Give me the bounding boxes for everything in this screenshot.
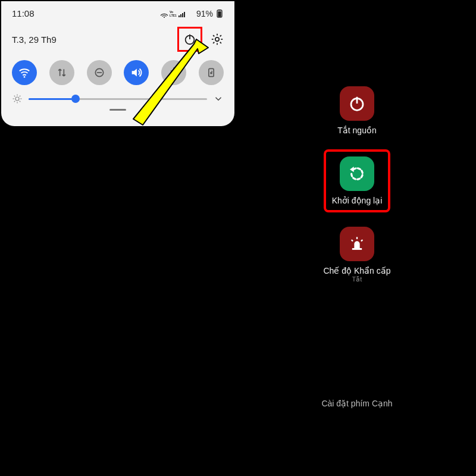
panel-power-button[interactable] [177,27,202,52]
power-menu: Tắt nguồn Khởi động lại Chế độ Khẩn cấp [303,86,411,298]
qs-rotation-lock[interactable] [199,60,224,85]
svg-point-0 [164,17,165,18]
edge-key-settings-link[interactable]: Cài đặt phím Cạnh [238,399,476,408]
rotation-lock-icon [205,67,217,79]
emergency-sublabel: Tắt [303,275,411,283]
svg-rect-8 [218,10,221,11]
svg-line-20 [220,35,221,36]
emergency-label: Chế độ Khẩn cấp [303,266,411,275]
power-icon [348,95,366,112]
svg-text:LTE1: LTE1 [170,14,177,17]
status-bar: 11:08 Vo LTE1 91% [12,8,224,18]
svg-line-34 [20,96,21,97]
wifi-icon [18,66,31,79]
svg-rect-39 [352,248,362,250]
bluetooth-icon [168,67,180,79]
brightness-icon [12,93,23,104]
panel-date: T.3, 29 Th9 [12,35,57,45]
emergency-icon [349,236,365,252]
power-icon [183,33,196,46]
status-time: 11:08 [12,8,35,18]
svg-point-26 [15,97,19,101]
svg-line-33 [14,101,15,102]
data-icon [56,67,68,79]
restart-icon [347,164,367,183]
power-menu-restart[interactable]: Khởi động lại [324,149,391,212]
dnd-icon [93,67,105,79]
svg-line-32 [20,101,21,102]
quick-settings-row [12,60,224,85]
svg-point-12 [215,37,219,41]
svg-line-41 [352,240,353,241]
svg-point-21 [24,76,26,78]
qs-sound[interactable] [124,60,149,85]
svg-rect-9 [218,11,221,17]
svg-rect-25 [210,72,212,74]
signal-icon: Vo LTE1 [158,10,194,18]
qs-data[interactable] [49,60,74,85]
status-indicators: Vo LTE1 91% [158,9,224,18]
svg-line-31 [14,96,15,97]
sound-icon [130,66,143,79]
svg-rect-3 [178,15,180,17]
qs-wifi[interactable] [12,60,37,85]
brightness-slider[interactable] [29,95,207,103]
svg-line-19 [213,42,214,43]
svg-rect-6 [184,12,185,17]
notification-panel: 11:08 Vo LTE1 91% [1,1,234,126]
qs-bluetooth[interactable] [161,60,186,85]
power-menu-power-off[interactable]: Tắt nguồn [303,86,411,135]
power-off-label: Tắt nguồn [303,126,411,135]
qs-dnd[interactable] [87,60,112,85]
svg-line-18 [220,42,221,43]
svg-line-17 [213,35,214,36]
status-battery-text: 91% [196,9,213,18]
restart-label: Khởi động lại [332,196,383,205]
power-menu-emergency[interactable]: Chế độ Khẩn cấp Tắt [303,227,411,283]
chevron-down-icon[interactable] [213,93,224,104]
gear-icon[interactable] [211,33,224,46]
svg-marker-38 [350,167,354,172]
brightness-row [12,93,224,104]
svg-rect-4 [180,14,181,17]
svg-rect-5 [182,13,183,17]
battery-icon [215,10,224,18]
panel-drag-handle[interactable] [109,109,126,111]
svg-line-42 [361,240,362,241]
